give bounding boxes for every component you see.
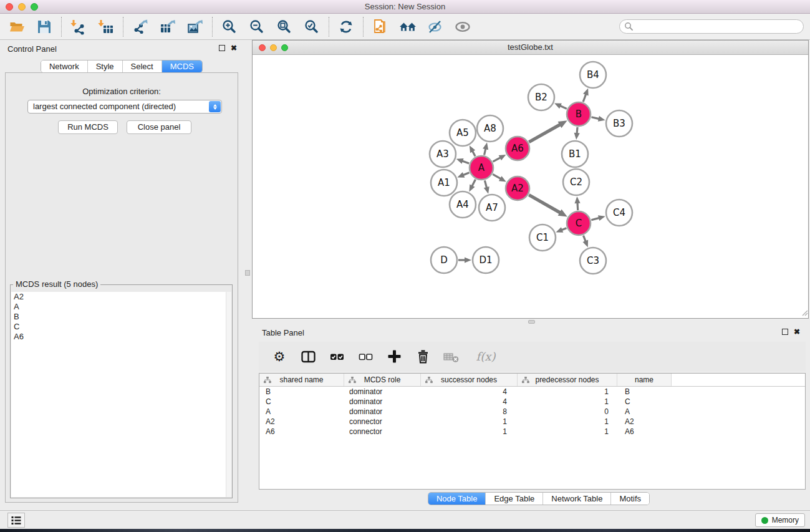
edge-A-A5[interactable] bbox=[473, 151, 476, 156]
edge-C-C3[interactable] bbox=[584, 236, 586, 242]
show-columns-button[interactable] bbox=[300, 349, 316, 365]
minimize-window-button[interactable] bbox=[18, 3, 26, 11]
tab-network-table[interactable]: Network Table bbox=[543, 493, 611, 505]
tab-mcds[interactable]: MCDS bbox=[162, 60, 202, 72]
close-table-panel-icon[interactable]: ✖ bbox=[794, 328, 800, 336]
edge-A6-B[interactable] bbox=[529, 125, 560, 142]
table-cell[interactable]: B bbox=[617, 387, 672, 397]
table-cell[interactable]: 1 bbox=[518, 427, 617, 437]
table-cell[interactable]: 1 bbox=[421, 427, 518, 437]
import-network-button[interactable] bbox=[66, 16, 91, 37]
table-cell[interactable]: dominator bbox=[344, 387, 421, 397]
vertical-splitter[interactable] bbox=[243, 40, 252, 510]
zoom-selected-button[interactable] bbox=[299, 16, 324, 37]
table-cell[interactable]: 8 bbox=[421, 407, 518, 417]
edge-C-C2[interactable] bbox=[577, 203, 578, 210]
table-cell[interactable]: A bbox=[259, 407, 344, 417]
edge-A-A1[interactable] bbox=[463, 173, 470, 175]
edge-A-A2[interactable] bbox=[493, 174, 501, 178]
resize-grip[interactable] bbox=[801, 309, 808, 318]
close-network-window-button[interactable] bbox=[259, 44, 266, 51]
home-layout-button[interactable] bbox=[395, 16, 420, 37]
table-cell[interactable]: connector bbox=[344, 427, 421, 437]
network-from-file-button[interactable] bbox=[368, 16, 393, 37]
vertical-splitter-handle[interactable] bbox=[245, 270, 250, 276]
table-cell[interactable]: B bbox=[259, 387, 344, 397]
table-options-button[interactable]: ⚙ bbox=[271, 349, 287, 365]
memory-button[interactable]: Memory bbox=[755, 513, 805, 527]
zoom-fit-button[interactable] bbox=[272, 16, 297, 37]
table-cell[interactable]: 4 bbox=[421, 387, 518, 397]
result-item[interactable]: A2 bbox=[11, 292, 231, 302]
table-cell[interactable]: connector bbox=[344, 417, 421, 427]
close-panel-button[interactable]: Close panel bbox=[127, 120, 191, 134]
save-session-button[interactable] bbox=[32, 16, 57, 37]
table-cell[interactable]: 0 bbox=[518, 407, 617, 417]
minimize-network-window-button[interactable] bbox=[270, 44, 277, 51]
table-cell[interactable]: A2 bbox=[259, 417, 344, 427]
table-cell[interactable]: A6 bbox=[259, 427, 344, 437]
tab-network[interactable]: Network bbox=[41, 60, 88, 72]
open-session-button[interactable] bbox=[4, 16, 29, 37]
tab-select[interactable]: Select bbox=[123, 60, 162, 72]
edge-A-A3[interactable] bbox=[462, 161, 469, 163]
table-row[interactable]: Bdominator41B bbox=[259, 387, 805, 397]
edge-C-C4[interactable] bbox=[591, 218, 599, 220]
float-table-panel-icon[interactable] bbox=[782, 329, 788, 335]
search-input[interactable] bbox=[619, 19, 804, 34]
result-item[interactable]: A bbox=[11, 302, 231, 312]
edge-A-A6[interactable] bbox=[493, 158, 501, 162]
zoom-out-button[interactable] bbox=[244, 16, 269, 37]
table-cell[interactable]: 1 bbox=[518, 417, 617, 427]
column-header-name[interactable]: name bbox=[617, 374, 672, 386]
edge-C-C1[interactable] bbox=[562, 228, 567, 230]
table-cell[interactable]: dominator bbox=[344, 407, 421, 417]
result-item[interactable]: A6 bbox=[11, 332, 231, 342]
float-panel-icon[interactable] bbox=[219, 45, 225, 51]
table-cell[interactable]: A bbox=[617, 407, 672, 417]
edge-A-A4[interactable] bbox=[472, 180, 476, 186]
result-item[interactable]: B bbox=[11, 312, 231, 322]
table-cell[interactable]: 1 bbox=[518, 387, 617, 397]
edge-B-B1[interactable] bbox=[577, 127, 577, 133]
table-cell[interactable]: dominator bbox=[344, 397, 421, 407]
delete-table-button[interactable] bbox=[443, 349, 460, 365]
export-network-button[interactable] bbox=[128, 16, 153, 37]
edge-B-B2[interactable] bbox=[560, 106, 567, 109]
import-table-button[interactable] bbox=[94, 16, 118, 37]
table-cell[interactable]: 1 bbox=[518, 397, 617, 407]
unselect-all-columns-button[interactable] bbox=[357, 349, 374, 365]
table-cell[interactable]: A2 bbox=[617, 417, 672, 427]
edge-B-B3[interactable] bbox=[591, 117, 599, 119]
select-all-columns-button[interactable] bbox=[329, 349, 345, 365]
network-window-titlebar[interactable]: testGlobe.txt bbox=[253, 41, 808, 55]
close-window-button[interactable] bbox=[6, 3, 13, 11]
export-image-button[interactable] bbox=[183, 16, 208, 37]
show-graphics-details-button[interactable] bbox=[450, 16, 475, 37]
network-canvas[interactable]: B4B2BB3A8A5A6A3B1AA1C2A2A4A7C4CC1C3DD1 bbox=[253, 55, 808, 318]
refresh-button[interactable] bbox=[334, 16, 359, 37]
add-row-button[interactable] bbox=[386, 349, 402, 365]
run-mcds-button[interactable]: Run MCDS bbox=[58, 120, 118, 134]
column-header-shared-name[interactable]: shared name bbox=[259, 374, 344, 386]
tab-node-table[interactable]: Node Table bbox=[428, 493, 486, 505]
result-item[interactable]: C bbox=[11, 322, 231, 332]
table-row[interactable]: Cdominator41C bbox=[259, 397, 805, 407]
table-cell[interactable]: C bbox=[617, 397, 672, 407]
close-panel-icon[interactable]: ✖ bbox=[231, 44, 237, 52]
column-header-predecessor-nodes[interactable]: predecessor nodes bbox=[518, 374, 617, 386]
tab-motifs[interactable]: Motifs bbox=[611, 493, 649, 505]
export-table-button[interactable] bbox=[155, 16, 180, 37]
table-cell[interactable]: 1 bbox=[421, 417, 518, 427]
edge-A-A8[interactable] bbox=[485, 148, 486, 155]
table-cell[interactable]: 4 bbox=[421, 397, 518, 407]
tab-style[interactable]: Style bbox=[88, 60, 123, 72]
zoom-network-window-button[interactable] bbox=[281, 44, 288, 51]
edge-B-B4[interactable] bbox=[583, 94, 586, 102]
horizontal-splitter-handle[interactable] bbox=[528, 320, 535, 324]
result-scrollbar[interactable] bbox=[226, 292, 231, 497]
function-builder-button[interactable]: f(x) bbox=[472, 349, 499, 365]
zoom-in-button[interactable] bbox=[217, 16, 242, 37]
table-row[interactable]: A2connector11A2 bbox=[259, 417, 805, 427]
table-row[interactable]: Adominator80A bbox=[259, 407, 805, 417]
